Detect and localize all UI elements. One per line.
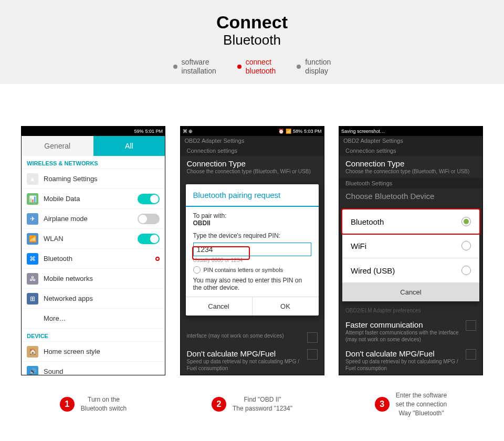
cancel-button[interactable]: Cancel (342, 283, 479, 301)
tab-all[interactable]: All (93, 136, 165, 156)
connection-dialog: Bluetooth WiFi Wired (USB) Cancel (342, 209, 479, 301)
captions: 1Turn on theBluetooth switch 2Find "OBD … (0, 386, 504, 423)
option-label: WiFi (351, 242, 366, 250)
pref-label: OBD2/ELM Adapter preferences (339, 307, 482, 317)
toggle-on[interactable] (138, 194, 160, 204)
row-label: Roaming Settings (44, 175, 98, 183)
pin-input[interactable]: 1234 (197, 245, 255, 254)
phone-screenshot-3: Saving screenshot… OBD2 Adapter Settings… (339, 126, 483, 375)
row-roaming[interactable]: ▲Roaming Settings (22, 169, 165, 189)
option-label: Bluetooth (351, 217, 384, 226)
row-networked-apps[interactable]: ⊞Networked apps (22, 289, 165, 309)
pin-field-wrap: 1234 (193, 243, 311, 256)
pin-note: You may also need to enter this PIN on t… (193, 277, 311, 291)
pin-letters-checkbox[interactable]: PIN contains letters or symbols (193, 266, 311, 274)
row-mpg[interactable]: Don't calculate MPG/FuelSpeed up data re… (181, 346, 324, 375)
breadcrumb-item: softwareinstallation (173, 58, 216, 76)
option-wifi[interactable]: WiFi (342, 234, 479, 258)
sub-label: interface (may not work on some devices) (187, 332, 307, 339)
breadcrumb-label: softwareinstallation (182, 58, 216, 76)
checkbox[interactable] (466, 320, 476, 331)
caption-3: 3Enter the softwareset the connectionWay… (339, 391, 483, 417)
caption-text: Find "OBD II"The password "1234" (233, 395, 292, 413)
highlight-marker (155, 257, 160, 261)
roaming-icon: ▲ (27, 173, 38, 185)
row-wlan[interactable]: 📶WLAN (22, 229, 165, 249)
radio-selected-icon (461, 217, 471, 226)
row-title: Faster communication (345, 320, 466, 329)
status-bar: 59%5:01 PM (22, 127, 165, 136)
row-mobile-networks[interactable]: 🖧Mobile networks (22, 269, 165, 289)
row-faster-comm[interactable]: interface (may not work on some devices) (181, 329, 324, 346)
battery-pct: 58% (293, 129, 302, 134)
row-bluetooth[interactable]: ⌘Bluetooth (22, 249, 165, 269)
caption-1: 1Turn on theBluetooth switch (21, 391, 165, 417)
row-label: Home screen style (44, 348, 100, 355)
screen-title: OBD2 Adapter Settings (339, 136, 482, 145)
row-more[interactable]: More… (22, 309, 165, 329)
row-label: Mobile networks (44, 275, 93, 282)
panels: 59%5:01 PM General All WIRELESS & NETWOR… (0, 84, 504, 386)
row-label: WLAN (44, 235, 64, 243)
dot-icon (173, 65, 177, 69)
clock: 5:01 PM (145, 129, 163, 134)
pairing-dialog: Bluetooth pairing request To pair with: … (186, 184, 319, 316)
section-connection: Connection settings (339, 145, 482, 156)
row-label: Sound (44, 368, 64, 375)
caption-text: Turn on theBluetooth switch (81, 395, 127, 413)
status-left: ⌘ ⊕ (183, 129, 193, 134)
breadcrumb-item: functiondisplay (297, 58, 331, 76)
dialog-body: To pair with: OBDII Type the device's re… (186, 207, 319, 297)
row-mpg[interactable]: Don't calculate MPG/FuelSpeed up data re… (339, 346, 482, 375)
sound-icon: 🔊 (27, 366, 38, 376)
section-bluetooth: Bluetooth Settings (339, 178, 482, 188)
option-label: Wired (USB) (351, 266, 395, 275)
section-connection: Connection settings (181, 145, 324, 156)
connection-type-sub: Choose the connection type (Bluetooth, W… (339, 168, 482, 178)
panel-3: Saving screenshot… OBD2 Adapter Settings… (339, 126, 483, 375)
wifi-icon: 📶 (27, 233, 38, 245)
connection-type-sub: Choose the connection type (Bluetooth, W… (181, 168, 324, 178)
row-label: Airplane mode (44, 215, 88, 223)
option-usb[interactable]: Wired (USB) (342, 258, 479, 283)
apps-icon: ⊞ (27, 293, 38, 304)
sub-label: Attempt faster communications with the i… (345, 329, 466, 343)
row-label: Networked apps (44, 295, 93, 302)
status-bar: ⌘ ⊕⏰ 📶58%5:03 PM (181, 127, 324, 136)
row-faster-comm[interactable]: Faster communicationAttempt faster commu… (339, 317, 482, 346)
page-title: Connect (0, 13, 504, 31)
checkbox[interactable] (307, 349, 318, 360)
ok-button[interactable]: OK (252, 297, 319, 316)
checkbox[interactable] (466, 349, 476, 360)
step-number: 2 (212, 397, 226, 412)
toggle-off[interactable] (138, 214, 160, 224)
row-label: Mobile Data (44, 195, 80, 203)
cancel-button[interactable]: Cancel (186, 297, 252, 316)
tab-general[interactable]: General (22, 136, 93, 156)
clock: 5:03 PM (304, 129, 322, 134)
dot-icon (297, 65, 301, 69)
row-home-style[interactable]: 🏠Home screen style (22, 342, 165, 362)
home-icon: 🏠 (27, 346, 38, 358)
section-wireless: WIRELESS & NETWORKS (22, 156, 165, 169)
screen-title: OBD2 Adapter Settings (181, 136, 324, 145)
checkbox[interactable] (307, 332, 318, 343)
checkbox-icon (193, 266, 201, 274)
option-bluetooth[interactable]: Bluetooth (341, 208, 480, 235)
step-number: 1 (60, 397, 75, 412)
panel-2: ⌘ ⊕⏰ 📶58%5:03 PM OBD2 Adapter Settings C… (180, 126, 324, 375)
row-label: More… (44, 314, 66, 322)
page-subtitle: Bluetooth (0, 32, 504, 48)
row-airplane[interactable]: ✈Airplane mode (22, 209, 165, 229)
checkbox-label: PIN contains letters or symbols (204, 267, 284, 273)
caption-text: Enter the softwareset the connectionWay … (396, 391, 447, 417)
row-mobile-data[interactable]: 📊Mobile Data (22, 189, 165, 209)
pin-hint: Usually 0000 or 1234 (193, 257, 311, 263)
choose-device-title: Choose Bluetooth Device (339, 188, 482, 201)
radio-icon (461, 241, 471, 250)
panel-1: 59%5:01 PM General All WIRELESS & NETWOR… (21, 126, 165, 375)
toggle-on[interactable] (138, 234, 160, 244)
phone-screenshot-2: ⌘ ⊕⏰ 📶58%5:03 PM OBD2 Adapter Settings C… (180, 126, 324, 375)
battery-pct: 59% (134, 129, 143, 134)
row-sound[interactable]: 🔊Sound (22, 362, 165, 375)
